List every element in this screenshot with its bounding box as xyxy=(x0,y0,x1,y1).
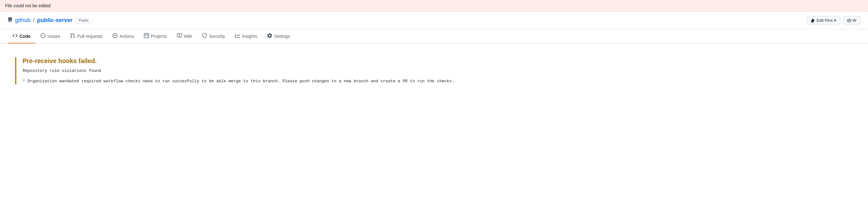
tab-code-label: Code xyxy=(20,34,30,39)
tab-settings[interactable]: Settings xyxy=(262,29,295,44)
repo-icon xyxy=(7,17,12,24)
chevron-down-icon: ▾ xyxy=(834,18,836,23)
tab-security[interactable]: Security xyxy=(197,29,230,44)
tab-wiki[interactable]: Wiki xyxy=(172,29,197,44)
code-icon xyxy=(12,33,18,39)
security-icon xyxy=(202,33,207,39)
tab-issues[interactable]: Issues xyxy=(35,29,65,44)
repo-info: github / public-server Public xyxy=(7,17,92,24)
wiki-icon xyxy=(177,33,182,39)
repo-owner[interactable]: github xyxy=(15,17,30,24)
main-content: Pre-receive hooks failed. Repository rul… xyxy=(0,44,868,98)
tab-actions[interactable]: Actions xyxy=(107,29,139,44)
tab-projects[interactable]: Projects xyxy=(139,29,172,44)
watch-label: W xyxy=(852,18,856,23)
watch-button[interactable]: W xyxy=(843,16,861,25)
tab-settings-label: Settings xyxy=(274,34,290,39)
nav-tabs: Code Issues Pull requests Actions xyxy=(0,29,868,44)
tab-pull-requests[interactable]: Pull requests xyxy=(65,29,107,44)
projects-icon xyxy=(144,33,149,39)
tab-issues-label: Issues xyxy=(48,34,60,39)
repo-name[interactable]: public-server xyxy=(37,17,72,24)
edit-pins-label: Edit Pins xyxy=(816,18,833,23)
tab-insights[interactable]: Insights xyxy=(230,29,262,44)
repo-separator: / xyxy=(33,17,35,24)
actions-icon xyxy=(113,33,118,39)
settings-icon xyxy=(267,33,272,39)
tab-wiki-label: Wiki xyxy=(184,34,192,39)
pre-receive-title: Pre-receive hooks failed. xyxy=(23,57,853,65)
tab-pull-requests-label: Pull requests xyxy=(77,34,102,39)
insights-icon xyxy=(235,33,240,39)
repo-header: github / public-server Public Edit Pins … xyxy=(0,12,868,29)
tab-actions-label: Actions xyxy=(119,34,134,39)
tab-security-label: Security xyxy=(209,34,225,39)
error-banner: File could not be edited xyxy=(0,0,868,12)
tab-projects-label: Projects xyxy=(151,34,167,39)
eye-icon xyxy=(847,18,851,23)
edit-pins-button[interactable]: Edit Pins ▾ xyxy=(807,16,840,25)
pull-request-icon xyxy=(70,33,75,39)
tab-code[interactable]: Code xyxy=(7,29,35,44)
error-banner-text: File could not be edited xyxy=(5,3,51,8)
warning-container: Pre-receive hooks failed. Repository rul… xyxy=(15,57,853,84)
repo-header-actions: Edit Pins ▾ W xyxy=(807,16,861,25)
pin-icon xyxy=(811,18,815,23)
rule-detail-text: * Organization mandated required workflo… xyxy=(23,78,853,84)
repo-visibility-badge: Public xyxy=(75,17,92,24)
rule-violations-text: Repository rule violations found xyxy=(23,69,853,73)
tab-insights-label: Insights xyxy=(242,34,257,39)
issues-icon xyxy=(40,33,45,39)
